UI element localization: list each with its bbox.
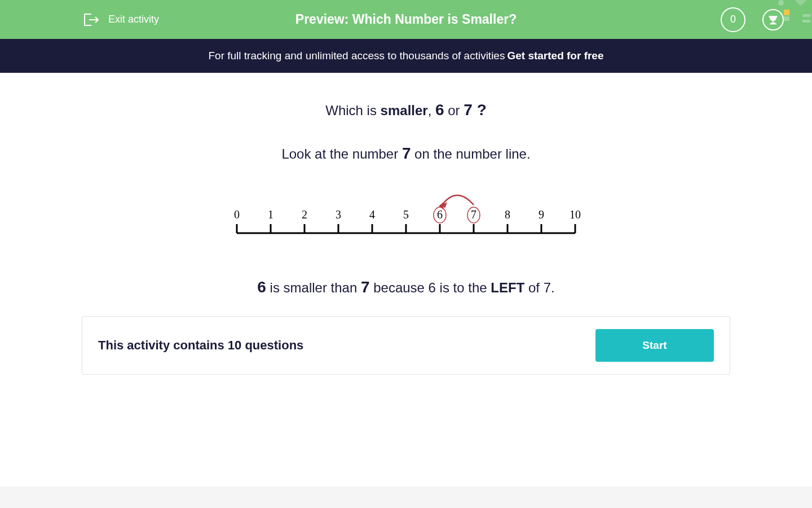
exit-label: Exit activity <box>108 14 159 25</box>
svg-text:8: 8 <box>505 208 510 221</box>
svg-text:1: 1 <box>268 208 273 221</box>
conclusion-text: 6 is smaller than 7 because 6 is to the … <box>82 278 730 296</box>
question-count: This activity contains 10 questions <box>98 338 303 353</box>
header-bar: Exit activity Preview: Which Number is S… <box>0 0 812 39</box>
svg-text:2: 2 <box>302 208 307 221</box>
exit-icon <box>82 12 100 27</box>
conclusion-text1: is smaller than <box>266 280 361 295</box>
score-badge: 0 <box>721 7 745 32</box>
conclusion-emphasis: LEFT <box>491 280 524 295</box>
question-text: Which is smaller, 6 or 7 ? <box>82 101 730 119</box>
svg-text:3: 3 <box>336 208 341 221</box>
svg-rect-4 <box>802 20 810 23</box>
question-num-a: 6 <box>435 101 444 119</box>
footer-band <box>0 487 812 508</box>
activity-content: Which is smaller, 6 or 7 ? Look at the n… <box>0 73 812 375</box>
instruction-suffix: on the number line. <box>411 146 530 161</box>
conclusion-text3: of 7. <box>524 280 554 295</box>
svg-text:0: 0 <box>234 208 240 221</box>
score-value: 0 <box>730 14 736 25</box>
banner-text: For full tracking and unlimited access t… <box>209 50 505 62</box>
svg-rect-2 <box>784 16 789 21</box>
svg-rect-1 <box>784 10 789 15</box>
corner-decor <box>773 0 812 34</box>
number-line-container: 012345678910 <box>82 188 730 244</box>
svg-point-0 <box>778 0 784 6</box>
question-prefix: Which is <box>325 103 380 118</box>
conclusion-num-a: 6 <box>257 278 266 296</box>
page-title: Preview: Which Number is Smaller? <box>295 12 517 27</box>
svg-text:4: 4 <box>369 208 375 221</box>
exit-activity-button[interactable]: Exit activity <box>28 12 159 27</box>
banner-link[interactable]: Get started for free <box>507 50 603 62</box>
svg-text:6: 6 <box>437 208 443 221</box>
svg-text:10: 10 <box>570 208 581 221</box>
svg-rect-3 <box>802 14 810 17</box>
start-button[interactable]: Start <box>595 329 714 362</box>
question-emphasis: smaller <box>381 103 428 118</box>
conclusion-num-b: 7 <box>361 278 370 296</box>
instruction-number: 7 <box>402 144 411 162</box>
question-connector: or <box>444 103 464 118</box>
instruction-prefix: Look at the number <box>281 146 401 161</box>
question-suffix: ? <box>473 101 487 119</box>
promo-banner: For full tracking and unlimited access t… <box>0 39 812 73</box>
question-comma: , <box>428 103 435 118</box>
instruction-text: Look at the number 7 on the number line. <box>82 144 730 163</box>
start-panel: This activity contains 10 questions Star… <box>82 316 730 375</box>
number-line: 012345678910 <box>226 188 586 244</box>
conclusion-text2: because 6 is to the <box>370 280 491 295</box>
svg-text:7: 7 <box>471 208 476 221</box>
svg-text:9: 9 <box>539 208 544 221</box>
svg-text:5: 5 <box>403 208 409 221</box>
question-num-b: 7 <box>464 101 473 119</box>
